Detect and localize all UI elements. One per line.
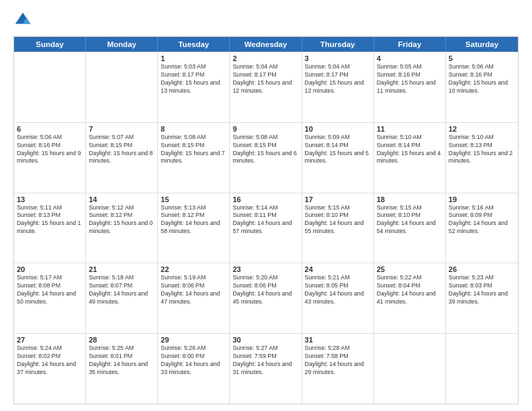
calendar-row-3: 13Sunrise: 5:11 AM Sunset: 8:13 PM Dayli… (14, 193, 518, 263)
day-info: Sunrise: 5:04 AM Sunset: 8:17 PM Dayligh… (305, 63, 371, 95)
header-day-saturday: Saturday (446, 37, 518, 52)
day-cell-25: 25Sunrise: 5:22 AM Sunset: 8:04 PM Dayli… (374, 263, 446, 333)
day-number: 16 (232, 195, 298, 203)
day-cell-26: 26Sunrise: 5:23 AM Sunset: 8:03 PM Dayli… (446, 263, 518, 333)
day-number: 13 (17, 195, 83, 203)
day-cell-5: 5Sunrise: 5:06 AM Sunset: 8:16 PM Daylig… (446, 52, 518, 122)
day-info: Sunrise: 5:09 AM Sunset: 8:14 PM Dayligh… (305, 134, 371, 166)
day-info: Sunrise: 5:10 AM Sunset: 8:14 PM Dayligh… (377, 134, 443, 166)
header-day-wednesday: Wednesday (230, 37, 302, 52)
day-info: Sunrise: 5:12 AM Sunset: 8:12 PM Dayligh… (89, 204, 154, 236)
header-day-thursday: Thursday (302, 37, 374, 52)
header-day-friday: Friday (374, 37, 446, 52)
day-cell-9: 9Sunrise: 5:08 AM Sunset: 8:15 PM Daylig… (230, 123, 302, 193)
day-number: 6 (17, 125, 83, 133)
day-cell-14: 14Sunrise: 5:12 AM Sunset: 8:12 PM Dayli… (86, 193, 158, 263)
day-number: 29 (161, 336, 226, 344)
empty-cell (374, 334, 446, 404)
day-info: Sunrise: 5:27 AM Sunset: 7:59 PM Dayligh… (232, 345, 298, 377)
day-info: Sunrise: 5:15 AM Sunset: 8:10 PM Dayligh… (377, 204, 443, 236)
day-number: 11 (377, 125, 443, 133)
day-info: Sunrise: 5:25 AM Sunset: 8:01 PM Dayligh… (89, 345, 154, 377)
day-number: 10 (305, 125, 371, 133)
day-cell-10: 10Sunrise: 5:09 AM Sunset: 8:14 PM Dayli… (302, 123, 374, 193)
day-info: Sunrise: 5:06 AM Sunset: 8:16 PM Dayligh… (449, 63, 515, 95)
day-number: 26 (449, 265, 515, 273)
day-number: 4 (377, 54, 443, 62)
day-number: 14 (89, 195, 154, 203)
day-info: Sunrise: 5:22 AM Sunset: 8:04 PM Dayligh… (377, 274, 443, 306)
day-number: 20 (17, 265, 83, 273)
day-info: Sunrise: 5:08 AM Sunset: 8:15 PM Dayligh… (232, 134, 298, 166)
day-number: 27 (17, 336, 83, 344)
day-cell-27: 27Sunrise: 5:24 AM Sunset: 8:02 PM Dayli… (14, 334, 86, 404)
day-number: 9 (232, 125, 298, 133)
day-info: Sunrise: 5:07 AM Sunset: 8:15 PM Dayligh… (89, 134, 154, 166)
day-info: Sunrise: 5:18 AM Sunset: 8:07 PM Dayligh… (89, 274, 154, 306)
day-number: 2 (232, 54, 298, 62)
day-number: 23 (232, 265, 298, 273)
day-cell-30: 30Sunrise: 5:27 AM Sunset: 7:59 PM Dayli… (230, 334, 302, 404)
day-info: Sunrise: 5:23 AM Sunset: 8:03 PM Dayligh… (449, 274, 515, 306)
page: SundayMondayTuesdayWednesdayThursdayFrid… (0, 0, 532, 411)
day-info: Sunrise: 5:04 AM Sunset: 8:17 PM Dayligh… (232, 63, 298, 95)
day-cell-24: 24Sunrise: 5:21 AM Sunset: 8:05 PM Dayli… (302, 263, 374, 333)
day-cell-23: 23Sunrise: 5:20 AM Sunset: 8:06 PM Dayli… (230, 263, 302, 333)
empty-cell (446, 334, 518, 404)
day-info: Sunrise: 5:14 AM Sunset: 8:11 PM Dayligh… (232, 204, 298, 236)
day-info: Sunrise: 5:28 AM Sunset: 7:58 PM Dayligh… (305, 345, 371, 377)
day-info: Sunrise: 5:03 AM Sunset: 8:17 PM Dayligh… (161, 63, 226, 95)
day-cell-6: 6Sunrise: 5:06 AM Sunset: 8:16 PM Daylig… (14, 123, 86, 193)
day-number: 21 (89, 265, 154, 273)
calendar-row-5: 27Sunrise: 5:24 AM Sunset: 8:02 PM Dayli… (14, 333, 518, 404)
day-info: Sunrise: 5:06 AM Sunset: 8:16 PM Dayligh… (17, 134, 83, 166)
day-cell-31: 31Sunrise: 5:28 AM Sunset: 7:58 PM Dayli… (302, 334, 374, 404)
day-number: 22 (161, 265, 226, 273)
day-cell-11: 11Sunrise: 5:10 AM Sunset: 8:14 PM Dayli… (374, 123, 446, 193)
day-cell-2: 2Sunrise: 5:04 AM Sunset: 8:17 PM Daylig… (230, 52, 302, 122)
day-number: 15 (161, 195, 226, 203)
day-number: 30 (232, 336, 298, 344)
calendar-header: SundayMondayTuesdayWednesdayThursdayFrid… (14, 37, 518, 52)
day-number: 7 (89, 125, 154, 133)
day-cell-1: 1Sunrise: 5:03 AM Sunset: 8:17 PM Daylig… (158, 52, 230, 122)
day-cell-19: 19Sunrise: 5:16 AM Sunset: 8:09 PM Dayli… (446, 193, 518, 263)
day-info: Sunrise: 5:26 AM Sunset: 8:00 PM Dayligh… (161, 345, 226, 377)
day-cell-8: 8Sunrise: 5:08 AM Sunset: 8:15 PM Daylig… (158, 123, 230, 193)
day-cell-28: 28Sunrise: 5:25 AM Sunset: 8:01 PM Dayli… (86, 334, 158, 404)
day-cell-12: 12Sunrise: 5:10 AM Sunset: 8:13 PM Dayli… (446, 123, 518, 193)
day-info: Sunrise: 5:19 AM Sunset: 8:06 PM Dayligh… (161, 274, 226, 306)
day-cell-15: 15Sunrise: 5:13 AM Sunset: 8:12 PM Dayli… (158, 193, 230, 263)
day-info: Sunrise: 5:20 AM Sunset: 8:06 PM Dayligh… (232, 274, 298, 306)
day-number: 5 (449, 54, 515, 62)
day-cell-18: 18Sunrise: 5:15 AM Sunset: 8:10 PM Dayli… (374, 193, 446, 263)
header-day-tuesday: Tuesday (158, 37, 230, 52)
day-number: 3 (305, 54, 371, 62)
day-cell-29: 29Sunrise: 5:26 AM Sunset: 8:00 PM Dayli… (158, 334, 230, 404)
calendar-row-1: 1Sunrise: 5:03 AM Sunset: 8:17 PM Daylig… (14, 52, 518, 122)
day-cell-21: 21Sunrise: 5:18 AM Sunset: 8:07 PM Dayli… (86, 263, 158, 333)
day-info: Sunrise: 5:16 AM Sunset: 8:09 PM Dayligh… (449, 204, 515, 236)
header-day-monday: Monday (86, 37, 158, 52)
day-number: 18 (377, 195, 443, 203)
header (13, 11, 519, 30)
calendar-row-4: 20Sunrise: 5:17 AM Sunset: 8:08 PM Dayli… (14, 263, 518, 333)
empty-cell (86, 52, 158, 122)
day-number: 12 (449, 125, 515, 133)
day-cell-20: 20Sunrise: 5:17 AM Sunset: 8:08 PM Dayli… (14, 263, 86, 333)
day-number: 24 (305, 265, 371, 273)
day-info: Sunrise: 5:05 AM Sunset: 8:16 PM Dayligh… (377, 63, 443, 95)
day-number: 25 (377, 265, 443, 273)
day-cell-22: 22Sunrise: 5:19 AM Sunset: 8:06 PM Dayli… (158, 263, 230, 333)
day-info: Sunrise: 5:11 AM Sunset: 8:13 PM Dayligh… (17, 204, 83, 236)
day-cell-17: 17Sunrise: 5:15 AM Sunset: 8:10 PM Dayli… (302, 193, 374, 263)
logo-icon (13, 11, 32, 30)
day-number: 19 (449, 195, 515, 203)
day-cell-7: 7Sunrise: 5:07 AM Sunset: 8:15 PM Daylig… (86, 123, 158, 193)
day-info: Sunrise: 5:10 AM Sunset: 8:13 PM Dayligh… (449, 134, 515, 166)
day-info: Sunrise: 5:08 AM Sunset: 8:15 PM Dayligh… (161, 134, 226, 166)
calendar-row-2: 6Sunrise: 5:06 AM Sunset: 8:16 PM Daylig… (14, 122, 518, 193)
empty-cell (14, 52, 86, 122)
day-cell-16: 16Sunrise: 5:14 AM Sunset: 8:11 PM Dayli… (230, 193, 302, 263)
day-info: Sunrise: 5:21 AM Sunset: 8:05 PM Dayligh… (305, 274, 371, 306)
